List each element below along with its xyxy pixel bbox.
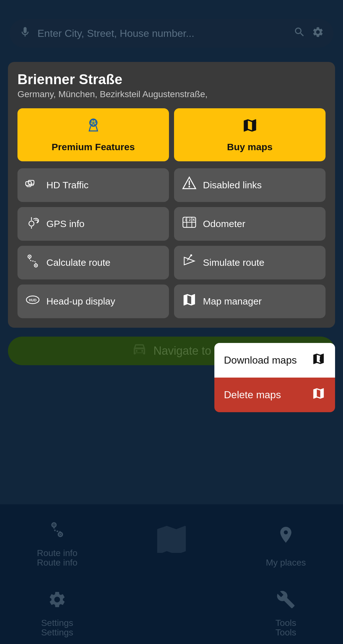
gps-info-icon <box>24 215 41 233</box>
buy-maps-icon <box>242 117 258 137</box>
search-bar: Enter City, Street, House number... <box>10 19 333 48</box>
buy-maps-button[interactable]: Buy maps <box>174 108 326 161</box>
svg-text:K: K <box>193 218 195 222</box>
location-subtitle: Germany, München, Bezirksteil Augustenst… <box>17 89 326 99</box>
yellow-buttons-row: ★ Premium Features Buy maps <box>17 108 326 161</box>
svg-point-32 <box>60 534 61 535</box>
premium-features-button[interactable]: ★ Premium Features <box>17 108 169 161</box>
map-manager-icon <box>180 292 198 311</box>
odometer-label: Odometer <box>203 218 245 229</box>
head-up-display-label: Head-up display <box>46 296 115 307</box>
settings-icon[interactable] <box>312 26 324 41</box>
delete-maps-button[interactable]: Delete maps <box>214 378 335 412</box>
route-info-label: Route info <box>37 548 77 558</box>
download-maps-icon <box>312 352 326 369</box>
svg-text:HUD: HUD <box>29 298 37 302</box>
delete-maps-text: Delete maps <box>224 389 281 401</box>
disabled-links-icon <box>180 176 198 194</box>
bottom-nav: Route info Settings <box>0 504 343 644</box>
odometer-button[interactable]: 1 2 K Odometer <box>174 207 326 241</box>
route-info-icon <box>48 520 67 544</box>
tools-label: Tools <box>275 618 296 628</box>
delete-maps-icon <box>312 386 326 403</box>
odometer-icon: 1 2 K <box>180 215 198 233</box>
search-icon[interactable] <box>293 26 306 41</box>
microphone-icon[interactable] <box>19 26 31 41</box>
svg-point-7 <box>188 186 190 188</box>
navigate-label: Navigate to <box>153 344 211 358</box>
my-places-icon <box>276 525 295 549</box>
tools-icon <box>276 590 295 614</box>
main-panel: Brienner Straße Germany, München, Bezirk… <box>8 62 335 328</box>
svg-point-30 <box>53 524 55 526</box>
svg-text:1: 1 <box>185 218 187 222</box>
simulate-route-label: Simulate route <box>203 257 264 268</box>
disabled-links-button[interactable]: Disabled links <box>174 168 326 202</box>
svg-point-21 <box>35 265 37 266</box>
nav-route-info[interactable]: Route info <box>0 504 114 574</box>
svg-point-26 <box>136 350 138 352</box>
hd-traffic-button[interactable]: HD Traffic <box>17 168 169 202</box>
hd-traffic-label: HD Traffic <box>46 180 89 191</box>
svg-point-8 <box>29 221 34 226</box>
premium-features-label: Premium Features <box>52 142 135 152</box>
head-up-display-icon: HUD <box>24 292 41 311</box>
nav-settings[interactable]: Settings <box>0 574 114 644</box>
download-maps-text: Download maps <box>224 354 297 366</box>
simulate-route-button[interactable]: Simulate route <box>174 246 326 279</box>
head-up-display-button[interactable]: HUD Head-up display <box>17 285 169 318</box>
grid-buttons: HD Traffic Disabled links <box>17 168 326 318</box>
svg-text:★: ★ <box>92 121 95 125</box>
simulate-route-icon <box>180 253 198 272</box>
map-manager-button[interactable]: Map manager <box>174 285 326 318</box>
nav-my-places[interactable] <box>229 504 343 574</box>
disabled-links-label: Disabled links <box>203 180 262 191</box>
calculate-route-label: Calculate route <box>46 257 111 268</box>
settings-nav-label: Settings <box>41 618 73 628</box>
premium-icon: ★ <box>85 117 102 137</box>
map-manager-label: Map manager <box>203 296 262 307</box>
nav-tools[interactable]: Tools <box>229 574 343 644</box>
nav-map-center-bottom <box>114 574 229 644</box>
nav-map-center-top <box>114 504 229 574</box>
gps-info-button[interactable]: GPS info <box>17 207 169 241</box>
navigate-car-icon <box>132 342 147 360</box>
gps-info-label: GPS info <box>46 218 84 229</box>
settings-nav-icon <box>48 590 67 614</box>
map-center-top-icon <box>152 521 191 557</box>
svg-point-19 <box>29 256 30 257</box>
download-maps-button[interactable]: Download maps <box>214 343 335 378</box>
calculate-route-button[interactable]: Calculate route <box>17 246 169 279</box>
hd-traffic-icon <box>24 176 41 194</box>
calculate-route-icon <box>24 253 41 272</box>
svg-point-23 <box>190 254 192 256</box>
svg-text:2: 2 <box>189 218 191 222</box>
search-input-placeholder[interactable]: Enter City, Street, House number... <box>37 28 287 39</box>
buy-maps-label: Buy maps <box>227 142 272 152</box>
svg-point-27 <box>141 350 143 352</box>
dropdown-popup: Download maps Delete maps <box>214 343 335 412</box>
location-title: Brienner Straße <box>17 71 326 87</box>
